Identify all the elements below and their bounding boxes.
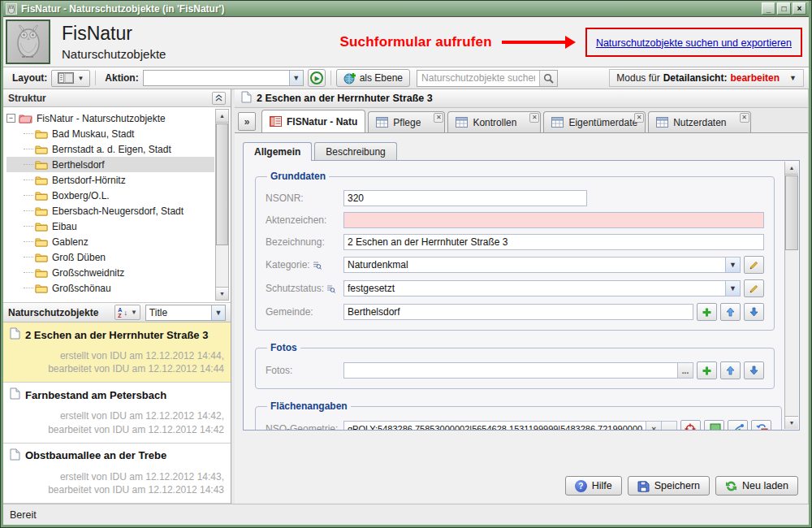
sort-field-combobox[interactable]: Title ▼ — [145, 305, 226, 321]
hilfe-button[interactable]: ? Hilfe — [565, 476, 622, 496]
gemeinde-label: Gemeinde: — [266, 306, 343, 318]
tree-scrollbar[interactable]: ▲ ▼ — [215, 109, 229, 301]
edit-schutzstatus-button[interactable] — [744, 279, 764, 297]
aktenzeichen-field[interactable] — [343, 212, 764, 228]
aktion-combobox[interactable]: ▼ — [143, 70, 304, 86]
aktion-label: Aktion: — [105, 72, 138, 84]
object-search-input[interactable] — [417, 72, 539, 84]
close-button[interactable]: × — [793, 2, 806, 15]
tree-node[interactable]: Ebersbach-Neugersdorf, Stadt — [6, 203, 214, 219]
collapse-node-icon[interactable]: − — [6, 114, 15, 123]
chevron-down-icon[interactable]: ▼ — [289, 71, 303, 85]
list-item[interactable]: Obstbaumallee an der Trebe erstellt von … — [3, 444, 231, 504]
tab-pflege[interactable]: Pflege ✕ — [368, 111, 445, 132]
tree-root-node[interactable]: − FisNatur - Naturschutzobjekte — [6, 110, 214, 126]
nsonr-field[interactable] — [343, 190, 587, 206]
scrollbar-thumb[interactable] — [785, 175, 798, 250]
schutzstatus-field[interactable] — [344, 283, 725, 294]
move-up-button[interactable] — [720, 303, 741, 321]
scroll-down-icon[interactable]: ▼ — [216, 287, 228, 300]
form-scrollbar[interactable]: ▲ ▼ — [784, 162, 798, 429]
browse-button[interactable]: ... — [661, 422, 676, 431]
move-down-button[interactable] — [744, 361, 764, 379]
undo-geometry-button[interactable] — [751, 420, 771, 431]
bezeichnung-field[interactable] — [343, 234, 764, 250]
kategorie-label: Kategorie: — [266, 259, 310, 270]
kategorie-field[interactable] — [344, 259, 725, 270]
tree-node[interactable]: Bad Muskau, Stadt — [6, 126, 214, 141]
tree-node[interactable]: Bertsdorf-Hörnitz — [6, 172, 214, 188]
folder-icon — [35, 253, 48, 262]
open-folder-icon — [19, 113, 32, 123]
edit-geometry-button[interactable] — [728, 420, 748, 431]
tree-node-selected[interactable]: Berthelsdorf — [6, 157, 214, 172]
clear-geometry-button[interactable]: × — [646, 422, 661, 431]
neu-laden-button[interactable]: Neu laden — [715, 476, 798, 496]
tab-kontrollen[interactable]: Kontrollen ✕ — [447, 111, 541, 132]
locate-on-map-button[interactable] — [680, 420, 701, 431]
tree-node[interactable]: Groß Düben — [6, 249, 214, 265]
run-action-button[interactable]: ▶ — [308, 69, 326, 87]
tree-node-label: Berthelsdorf — [52, 159, 105, 171]
window-title: FisNatur - Naturschutzobjekte (in 'FisNa… — [21, 3, 760, 15]
search-export-link[interactable]: Naturschutzobjekte suchen und exportiere… — [596, 37, 792, 49]
scroll-up-icon[interactable]: ▲ — [785, 162, 798, 175]
speichern-button[interactable]: Speichern — [628, 476, 710, 496]
search-button[interactable] — [539, 71, 557, 86]
lookup-icon — [326, 284, 335, 293]
subtab-label: Beschreibung — [326, 146, 385, 158]
struktur-title: Struktur — [8, 93, 46, 104]
tab-close-icon[interactable]: ✕ — [529, 113, 539, 123]
move-up-button[interactable] — [720, 361, 741, 379]
minimize-button[interactable]: _ — [762, 2, 775, 15]
table-icon — [551, 117, 564, 128]
detail-title: 2 Eschen an der Herrnhuter Straße 3 — [257, 93, 433, 104]
tree-node[interactable]: Boxberg/O.L. — [6, 188, 214, 203]
list-item[interactable]: Farnbestand am Petersbach erstellt von I… — [3, 383, 231, 443]
scroll-down-icon[interactable]: ▼ — [785, 416, 798, 429]
subtab-beschreibung[interactable]: Beschreibung — [314, 142, 396, 161]
tree-node[interactable]: Großschönau — [6, 280, 214, 296]
scrollbar-thumb[interactable] — [216, 123, 228, 245]
objektliste-header: Naturschutzobjekte AZ ↓ ▼ Title ▼ — [3, 303, 231, 322]
tab-close-icon[interactable]: ✕ — [634, 113, 644, 123]
maximize-button[interactable]: □ — [777, 2, 791, 15]
tree-node[interactable]: Gablenz — [6, 234, 214, 249]
chevron-down-icon[interactable]: ▼ — [725, 281, 740, 296]
edit-kategorie-button[interactable] — [744, 256, 764, 274]
map-display-icon — [708, 423, 721, 431]
tab-close-icon[interactable]: ✕ — [740, 113, 749, 123]
detail-mode-dropdown[interactable]: Modus für Detailansicht: bearbeiten ▼ — [609, 69, 804, 87]
als-ebene-button[interactable]: als Ebene — [336, 69, 410, 87]
tree-node[interactable]: Großschweidnitz — [6, 265, 214, 280]
pencil-icon — [749, 260, 759, 270]
move-down-button[interactable] — [744, 303, 764, 321]
gemeinde-field[interactable] — [343, 304, 693, 320]
tree-node[interactable]: Bernstadt a. d. Eigen, Stadt — [6, 141, 214, 157]
fotos-field[interactable] — [344, 365, 677, 376]
tab-nutzerdaten[interactable]: Nutzerdaten ✕ — [648, 111, 750, 132]
expand-tabs-button[interactable]: » — [238, 112, 256, 131]
tab-close-icon[interactable]: ✕ — [434, 113, 443, 123]
sort-order-button[interactable]: AZ ↓ ▼ — [114, 305, 140, 320]
layout-dropdown[interactable]: ▼ — [51, 70, 90, 87]
chevron-down-icon[interactable]: ▼ — [211, 305, 225, 320]
tree-node[interactable]: Eibau — [6, 219, 214, 234]
show-on-map-button[interactable] — [704, 420, 724, 431]
collapse-panel-button[interactable] — [212, 92, 226, 105]
tab-eigentuemerdaten[interactable]: Eigentümerdate ✕ — [543, 111, 646, 132]
chevron-down-icon[interactable]: ▼ — [725, 258, 740, 272]
document-icon — [241, 91, 252, 106]
add-foto-button[interactable] — [697, 361, 717, 379]
subtab-allgemein[interactable]: Allgemein — [243, 142, 312, 161]
geometrie-value[interactable]: gPOLY:5483286.75853000002|5654628.153119… — [344, 424, 646, 431]
tree-node-label: Großschönau — [52, 283, 111, 294]
tab-fisnatur[interactable]: FISNatur - Natu — [261, 110, 365, 132]
schutzstatus-combobox: ▼ — [343, 280, 741, 296]
plus-icon — [702, 366, 712, 376]
scroll-up-icon[interactable]: ▲ — [216, 110, 228, 123]
fotos-section: Fotos Fotos: ... — [255, 342, 775, 389]
browse-button[interactable]: ... — [677, 363, 693, 378]
add-gemeinde-button[interactable] — [697, 303, 717, 321]
list-item-selected[interactable]: 2 Eschen an der Herrnhuter Straße 3 erst… — [3, 322, 231, 383]
